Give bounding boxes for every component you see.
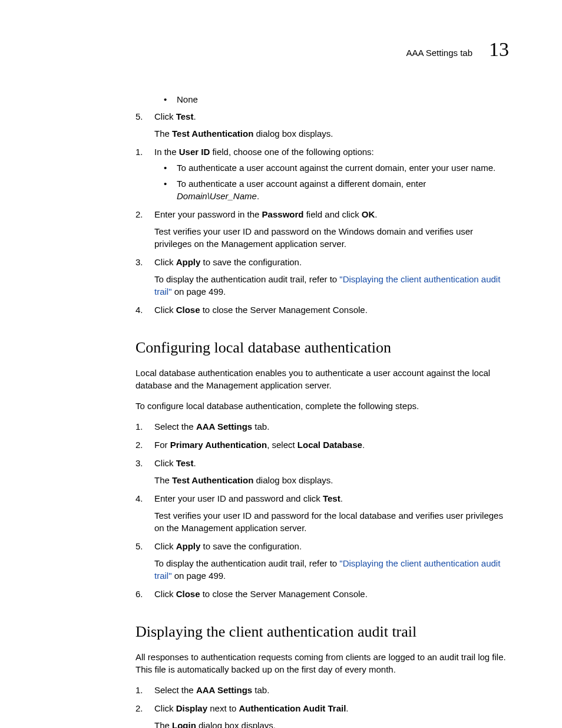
step-number: 2.: [135, 702, 143, 714]
text: tab.: [252, 685, 269, 695]
text: For: [154, 440, 170, 450]
text: .: [257, 191, 259, 201]
bullet-item: None: [159, 93, 509, 106]
text: on page 499.: [172, 571, 226, 581]
text-bold: OK: [362, 209, 375, 219]
step-number: 1.: [135, 146, 143, 158]
text: field and click: [303, 209, 361, 219]
text: Click: [154, 458, 176, 468]
section-heading-audit-trail: Displaying the client authentication aud…: [135, 621, 509, 643]
bullet-list: To authenticate a user account against t…: [154, 162, 509, 202]
text: tab.: [252, 421, 269, 431]
paragraph: All responses to authentication requests…: [135, 651, 509, 676]
text: Click: [154, 305, 176, 315]
numbered-steps: 1. Select the AAA Settings tab. 2. For P…: [135, 420, 509, 600]
step-number: 4.: [135, 492, 143, 505]
text: field, choose one of the following optio…: [210, 147, 374, 157]
text: Click: [154, 541, 176, 551]
substep: To display the authentication audit trai…: [154, 557, 509, 582]
text: on page 499.: [172, 286, 226, 297]
list-item: 1. Select the AAA Settings tab.: [135, 684, 509, 696]
text: Click: [154, 111, 176, 121]
text-bold: Password: [262, 209, 304, 219]
text: Select the: [154, 685, 196, 695]
substep: The Login dialog box displays.: [154, 719, 509, 728]
continued-steps: None 5. Click Test. The Test Authenticat…: [135, 93, 509, 140]
list-item: 4. Enter your user ID and password and c…: [135, 492, 509, 534]
text-bold: Primary Authentication: [170, 440, 267, 450]
substep: The Test Authentication dialog box displ…: [154, 127, 509, 140]
text-bold: User ID: [179, 147, 210, 157]
bullet-item: To authenticate a user account against t…: [159, 162, 509, 174]
text-bold: Authentication Audit Trail: [239, 703, 346, 713]
text: Select the: [154, 421, 196, 431]
text: Enter your user ID and password and clic…: [154, 493, 323, 503]
step-number: 2.: [135, 208, 143, 220]
text: The: [154, 720, 172, 728]
text: next to: [207, 703, 239, 713]
substep: The Test Authentication dialog box displ…: [154, 474, 509, 486]
list-item: 1. In the User ID field, choose one of t…: [135, 146, 509, 202]
text-bold: Test: [176, 111, 194, 121]
text-bold: Login: [172, 720, 196, 728]
step-number: 3.: [135, 256, 143, 268]
text: dialog box displays.: [253, 475, 333, 485]
text-bold: Test: [323, 493, 340, 503]
text-bold: AAA Settings: [196, 421, 252, 431]
text-bold: Close: [176, 589, 200, 599]
list-item: 1. Select the AAA Settings tab.: [135, 420, 509, 433]
step-number: 4.: [135, 304, 143, 316]
list-item: 2. Enter your password in the Password f…: [135, 208, 509, 250]
text-bold: AAA Settings: [196, 685, 252, 695]
text: .: [346, 703, 348, 713]
text: to save the configuration.: [200, 257, 302, 267]
section-heading-local-db: Configuring local database authenticatio…: [135, 337, 509, 358]
text: The: [154, 129, 172, 139]
text-bold: Test Authentication: [172, 129, 253, 139]
text: to close the Server Management Console.: [200, 305, 368, 315]
text: To authenticate a user account against a…: [177, 179, 426, 189]
bullet-list: None: [154, 93, 509, 106]
text-bold: Local Database: [297, 440, 362, 450]
step-number: 2.: [135, 439, 143, 451]
text: To display the authentication audit trai…: [154, 558, 339, 568]
text: To display the authentication audit trai…: [154, 274, 339, 284]
substep: To display the authentication audit trai…: [154, 273, 509, 298]
list-item: None: [135, 93, 509, 106]
substep: Test verifies your user ID and password …: [154, 225, 509, 250]
text: Enter your password in the: [154, 209, 262, 219]
page-content: None 5. Click Test. The Test Authenticat…: [135, 93, 509, 728]
text-bold: Test Authentication: [172, 475, 253, 485]
text: .: [340, 493, 343, 503]
list-item: 4. Click Close to close the Server Manag…: [135, 304, 509, 316]
text: dialog box displays.: [253, 129, 333, 139]
text: The: [154, 475, 172, 485]
text: to close the Server Management Console.: [200, 589, 368, 599]
text: .: [375, 209, 377, 219]
text-bold: Close: [176, 305, 200, 315]
text-bold: Display: [176, 703, 207, 713]
paragraph: To configure local database authenticati…: [135, 400, 509, 412]
text-bold: Apply: [176, 541, 201, 551]
header-tab-label: AAA Settings tab: [406, 47, 472, 59]
text: dialog box displays.: [196, 720, 276, 728]
text: Click: [154, 589, 176, 599]
text: In the: [154, 147, 179, 157]
substep: Test verifies your user ID and password …: [154, 509, 509, 534]
text: to save the configuration.: [200, 541, 302, 551]
numbered-steps: 1. Select the AAA Settings tab. 2. Click…: [135, 684, 509, 728]
list-item: 3. Click Test. The Test Authentication d…: [135, 457, 509, 486]
paragraph: Local database authentication enables yo…: [135, 367, 509, 391]
step-number: 3.: [135, 457, 143, 469]
text-bold: Apply: [176, 257, 201, 267]
text: None: [177, 94, 198, 104]
text: .: [362, 440, 365, 450]
list-item: 2. For Primary Authentication, select Lo…: [135, 439, 509, 451]
bullet-item: To authenticate a user account against a…: [159, 177, 509, 202]
text: , select: [267, 440, 297, 450]
step-number: 5.: [135, 540, 143, 552]
text: Click: [154, 257, 176, 267]
numbered-steps: 1. In the User ID field, choose one of t…: [135, 146, 509, 316]
step-number: 1.: [135, 420, 143, 433]
text: .: [193, 111, 196, 121]
